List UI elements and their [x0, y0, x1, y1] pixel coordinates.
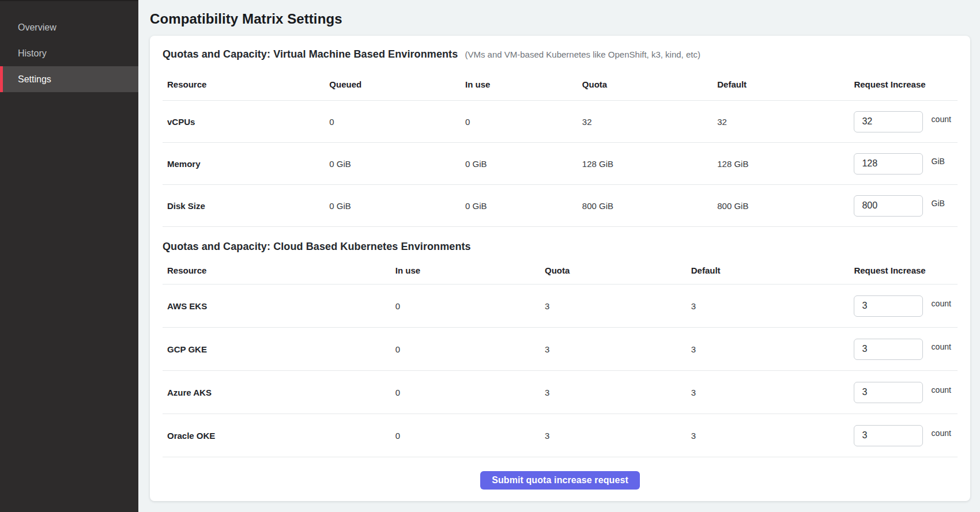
default-value: 32	[713, 101, 849, 143]
gcp-gke-request-input[interactable]	[854, 339, 923, 360]
in-use-value: 0	[461, 101, 578, 143]
resource-name: GCP GKE	[163, 328, 391, 371]
vm-section-subtitle: (VMs and VM-based Kubernetes like OpenSh…	[465, 50, 700, 59]
default-value: 3	[687, 371, 850, 414]
vm-quota-table: Resource Queued In use Quota Default Req…	[163, 67, 958, 227]
column-header-resource: Resource	[163, 67, 325, 101]
resource-name: Memory	[163, 143, 325, 185]
table-row-vcpus: vCPUs 0 0 32 32 count	[163, 101, 958, 143]
main-content: Compatibility Matrix Settings Quotas and…	[138, 0, 980, 512]
in-use-value: 0 GiB	[461, 143, 578, 185]
unit-label: count	[932, 385, 951, 395]
column-header-in-use: In use	[391, 257, 540, 285]
in-use-value: 0	[391, 414, 540, 457]
aws-eks-request-input[interactable]	[854, 295, 923, 317]
memory-request-input[interactable]	[854, 153, 923, 175]
default-value: 3	[687, 414, 850, 457]
table-row-gcp-gke: GCP GKE 0 3 3 count	[163, 328, 958, 371]
default-value: 3	[687, 328, 850, 371]
resource-name: Azure AKS	[163, 371, 391, 414]
app-window: Overview History Settings Compatibility …	[0, 0, 980, 512]
default-value: 800 GiB	[713, 185, 849, 227]
quota-value: 128 GiB	[578, 143, 713, 185]
cloud-table-header-row: Resource In use Quota Default Request In…	[163, 257, 958, 285]
column-header-default: Default	[713, 67, 849, 101]
submit-row: Submit quota increase request	[163, 457, 958, 490]
column-header-request-increase: Request Increase	[849, 67, 958, 101]
table-row-azure-aks: Azure AKS 0 3 3 count	[163, 371, 958, 414]
disk-size-request-input[interactable]	[854, 195, 923, 217]
vm-table-header-row: Resource Queued In use Quota Default Req…	[163, 67, 958, 101]
azure-aks-request-input[interactable]	[854, 382, 923, 403]
in-use-value: 0	[391, 371, 540, 414]
quota-value: 800 GiB	[578, 185, 713, 227]
column-header-quota: Quota	[540, 257, 687, 285]
vm-section-heading: Quotas and Capacity: Virtual Machine Bas…	[163, 48, 958, 60]
cloud-section-title: Quotas and Capacity: Cloud Based Kuberne…	[163, 241, 471, 252]
vm-section-title: Quotas and Capacity: Virtual Machine Bas…	[163, 48, 458, 60]
sidebar-item-settings[interactable]: Settings	[0, 66, 138, 92]
queued-value: 0 GiB	[325, 185, 461, 227]
unit-label: count	[932, 342, 951, 351]
sidebar-nav: Overview History Settings	[0, 1, 138, 92]
cloud-section-heading: Quotas and Capacity: Cloud Based Kuberne…	[163, 241, 958, 253]
table-row-aws-eks: AWS EKS 0 3 3 count	[163, 285, 958, 328]
table-row-memory: Memory 0 GiB 0 GiB 128 GiB 128 GiB GiB	[163, 143, 958, 185]
resource-name: vCPUs	[163, 101, 325, 143]
unit-label: count	[932, 428, 951, 438]
unit-label: GiB	[932, 199, 945, 208]
column-header-quota: Quota	[578, 67, 713, 101]
oracle-oke-request-input[interactable]	[854, 425, 923, 446]
unit-label: GiB	[932, 157, 945, 166]
unit-label: count	[932, 299, 951, 308]
in-use-value: 0	[391, 285, 540, 328]
queued-value: 0	[325, 101, 461, 143]
quota-value: 3	[540, 414, 687, 457]
queued-value: 0 GiB	[325, 143, 461, 185]
cloud-quota-table: Resource In use Quota Default Request In…	[163, 257, 958, 457]
default-value: 3	[687, 285, 850, 328]
vcpus-request-input[interactable]	[854, 111, 923, 132]
table-row-oracle-oke: Oracle OKE 0 3 3 count	[163, 414, 958, 457]
table-row-disk-size: Disk Size 0 GiB 0 GiB 800 GiB 800 GiB Gi…	[163, 185, 958, 227]
cloud-k8s-quotas-section: Quotas and Capacity: Cloud Based Kuberne…	[163, 241, 958, 457]
column-header-queued: Queued	[325, 67, 461, 101]
resource-name: Disk Size	[163, 185, 325, 227]
column-header-default: Default	[687, 257, 850, 285]
quota-value: 3	[540, 328, 687, 371]
in-use-value: 0	[391, 328, 540, 371]
quota-value: 3	[540, 371, 687, 414]
vm-quotas-section: Quotas and Capacity: Virtual Machine Bas…	[163, 48, 958, 227]
in-use-value: 0 GiB	[461, 185, 578, 227]
resource-name: Oracle OKE	[163, 414, 391, 457]
column-header-resource: Resource	[163, 257, 391, 285]
quota-value: 32	[578, 101, 713, 143]
column-header-in-use: In use	[461, 67, 578, 101]
sidebar: Overview History Settings	[0, 0, 138, 512]
sidebar-item-overview[interactable]: Overview	[0, 14, 138, 40]
sidebar-item-history[interactable]: History	[0, 40, 138, 66]
page-title: Compatibility Matrix Settings	[150, 10, 970, 27]
unit-label: count	[932, 115, 951, 124]
submit-quota-increase-button[interactable]: Submit quota increase request	[480, 471, 640, 490]
default-value: 128 GiB	[713, 143, 849, 185]
resource-name: AWS EKS	[163, 285, 391, 328]
quota-value: 3	[540, 285, 687, 328]
column-header-request-increase: Request Increase	[849, 257, 958, 285]
settings-card: Quotas and Capacity: Virtual Machine Bas…	[150, 36, 970, 501]
